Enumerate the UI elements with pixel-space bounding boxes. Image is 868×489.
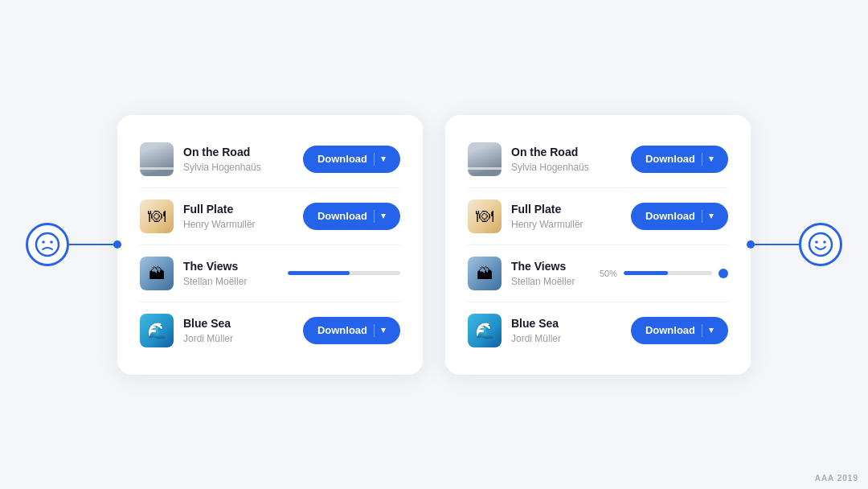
svg-point-5 [823, 240, 826, 244]
track-artist: Stellan Moëller [183, 276, 247, 287]
happy-face-icon [799, 223, 842, 266]
track-info: The Views Stellan Moëller [140, 257, 247, 290]
album-art-road-right [468, 142, 502, 176]
track-title: Blue Sea [511, 316, 561, 331]
track-item: On the Road Sylvia Hogenhaüs Download ▾ [468, 131, 728, 188]
track-title: Full Plate [183, 202, 256, 216]
download-label: Download [317, 324, 367, 336]
download-label: Download [645, 153, 695, 165]
progress-bar-fill [288, 271, 350, 275]
download-label: Download [317, 210, 367, 222]
track-info: Blue Sea Jordi Müller [140, 314, 233, 347]
track-item: Blue Sea Jordi Müller Download ▾ [468, 302, 728, 359]
chevron-down-icon: ▾ [381, 154, 386, 164]
album-art-sea-left [140, 314, 174, 347]
album-art-road-left [140, 142, 174, 176]
download-label: Download [645, 210, 695, 222]
track-title: On the Road [511, 145, 589, 159]
track-artist: Jordi Müller [183, 333, 233, 344]
album-art-views-left [140, 257, 174, 290]
track-text: Blue Sea Jordi Müller [183, 316, 233, 343]
track-text: The Views Stellan Moëller [511, 259, 575, 286]
download-label: Download [317, 153, 367, 165]
album-art-plate-right [468, 199, 502, 233]
track-item: Full Plate Henry Warmullër Download ▾ [140, 188, 400, 245]
track-info: Blue Sea Jordi Müller [468, 314, 561, 347]
button-divider [702, 210, 702, 223]
download-button-sea-left[interactable]: Download ▾ [303, 317, 400, 344]
download-button-sea-right[interactable]: Download ▾ [631, 317, 728, 344]
track-text: Full Plate Henry Warmullër [511, 202, 583, 229]
track-info: The Views Stellan Moëller [468, 257, 575, 290]
progress-indicator-dot [719, 269, 728, 278]
right-connector [751, 244, 799, 245]
left-connector [69, 244, 117, 245]
button-divider [702, 324, 702, 337]
svg-point-2 [50, 240, 53, 244]
track-item: Blue Sea Jordi Müller Download ▾ [140, 302, 400, 359]
download-button-plate-right[interactable]: Download ▾ [631, 203, 728, 230]
chevron-down-icon: ▾ [709, 154, 714, 164]
track-title: Blue Sea [183, 316, 233, 331]
track-text: Blue Sea Jordi Müller [511, 316, 561, 343]
track-info: Full Plate Henry Warmullër [140, 199, 256, 233]
main-container: On the Road Sylvia Hogenhaüs Download ▾ … [26, 115, 842, 375]
track-item: The Views Stellan Moëller 50% [468, 245, 728, 302]
sad-face-icon [26, 223, 69, 266]
track-text: On the Road Sylvia Hogenhaüs [511, 145, 589, 172]
track-artist: Henry Warmullër [183, 219, 256, 230]
album-art-plate-left [140, 199, 174, 233]
button-divider [374, 153, 375, 166]
button-divider [374, 210, 375, 223]
progress-bar-fill [624, 271, 668, 275]
track-artist: Stellan Moëller [511, 276, 575, 287]
track-artist: Jordi Müller [511, 333, 561, 344]
track-text: On the Road Sylvia Hogenhaüs [183, 145, 261, 172]
svg-point-4 [815, 240, 818, 244]
track-text: Full Plate Henry Warmullër [183, 202, 256, 229]
download-button-road-left[interactable]: Download ▾ [303, 146, 400, 173]
panels-wrapper: On the Road Sylvia Hogenhaüs Download ▾ … [117, 115, 751, 375]
progress-percent-label: 50% [600, 269, 617, 278]
chevron-down-icon: ▾ [381, 325, 386, 335]
chevron-down-icon: ▾ [709, 211, 714, 221]
download-button-road-right[interactable]: Download ▾ [631, 146, 728, 173]
track-artist: Henry Warmullër [511, 219, 583, 230]
svg-point-3 [809, 233, 832, 256]
track-info: On the Road Sylvia Hogenhaüs [140, 142, 261, 176]
track-title: Full Plate [511, 202, 583, 216]
album-art-views-right [468, 257, 502, 290]
track-item: The Views Stellan Moëller [140, 245, 400, 302]
download-button-plate-left[interactable]: Download ▾ [303, 203, 400, 230]
progress-container: 50% [600, 269, 728, 278]
track-text: The Views Stellan Moëller [183, 259, 247, 286]
button-divider [374, 324, 375, 337]
track-artist: Sylvia Hogenhaüs [511, 162, 589, 173]
right-panel: On the Road Sylvia Hogenhaüs Download ▾ … [445, 115, 751, 375]
left-panel: On the Road Sylvia Hogenhaüs Download ▾ … [117, 115, 423, 375]
track-item: Full Plate Henry Warmullër Download ▾ [468, 188, 728, 245]
track-artist: Sylvia Hogenhaüs [183, 162, 261, 173]
progress-bar-left [288, 271, 400, 275]
track-title: The Views [183, 259, 247, 273]
download-label: Download [645, 324, 695, 336]
track-title: On the Road [183, 145, 261, 159]
svg-point-0 [36, 233, 59, 256]
chevron-down-icon: ▾ [709, 325, 714, 335]
svg-point-1 [42, 240, 45, 244]
album-art-sea-right [468, 314, 502, 347]
track-item: On the Road Sylvia Hogenhaüs Download ▾ [140, 131, 400, 188]
button-divider [702, 153, 702, 166]
watermark: AAA 2019 [815, 474, 858, 483]
track-info: On the Road Sylvia Hogenhaüs [468, 142, 589, 176]
progress-bar-wrap [624, 271, 712, 275]
chevron-down-icon: ▾ [381, 211, 386, 221]
track-title: The Views [511, 259, 575, 273]
track-info: Full Plate Henry Warmullër [468, 199, 583, 233]
